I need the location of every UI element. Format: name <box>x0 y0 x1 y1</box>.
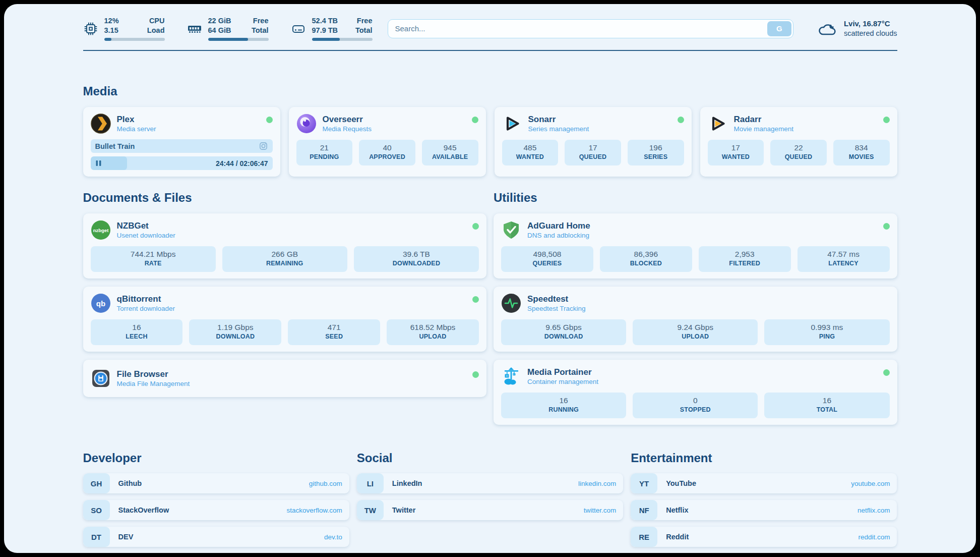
stat-pill: 471 SEED <box>288 319 380 345</box>
stat-label: RUNNING <box>503 406 624 414</box>
bookmark-group-developer: Developer GH Github github.com SO StackO… <box>83 451 349 547</box>
bookmark-abbr: DT <box>83 527 110 547</box>
stat-label: DOWNLOAD <box>191 332 279 341</box>
stat-label: QUEUED <box>567 153 619 161</box>
stat-label: UPLOAD <box>389 332 477 341</box>
plex-progress-bar[interactable]: 24:44 / 02:06:47 <box>91 156 273 170</box>
disk-total-label: Total <box>355 26 373 35</box>
bookmark-name: Github <box>118 479 142 487</box>
stat-label: QUERIES <box>503 259 591 268</box>
app-card-adguard[interactable]: AdGuard Home DNS and adblocking 498,508 … <box>494 213 897 278</box>
stat-pill: 1.19 Gbps DOWNLOAD <box>189 319 281 345</box>
stat-pill: 9.65 Gbps DOWNLOAD <box>501 319 626 345</box>
app-title: Radarr <box>734 114 794 125</box>
filebrowser-icon <box>91 368 111 388</box>
bookmark-name: YouTube <box>666 479 696 487</box>
app-card-filebrowser[interactable]: File Browser Media File Management <box>83 360 487 397</box>
stat-label: SEED <box>290 332 378 341</box>
playback-time: 24:44 / 02:06:47 <box>216 159 268 168</box>
stat-pill: 266 GB REMAINING <box>222 246 347 272</box>
ram-total-value: 64 GiB <box>208 26 231 35</box>
status-online-dot <box>883 369 890 376</box>
disk-total-value: 97.9 TB <box>312 26 338 35</box>
weather-widget[interactable]: Lviv, 16.87°C scattered clouds <box>817 19 897 38</box>
bookmark-link-stackoverflow[interactable]: SO StackOverflow stackoverflow.com <box>83 500 349 520</box>
search-provider-button[interactable]: G <box>767 21 791 36</box>
app-title: Sonarr <box>528 114 589 125</box>
app-title: Overseerr <box>323 114 372 125</box>
app-title: qBittorrent <box>117 294 175 304</box>
weather-location-temp: Lviv, 16.87°C <box>844 19 897 29</box>
stat-pill: 17 QUEUED <box>565 140 621 165</box>
utilities-heading: Utilities <box>494 191 897 205</box>
app-title: Speedtest <box>527 294 586 304</box>
stat-value: 945 <box>424 143 476 153</box>
svg-text:nzbget: nzbget <box>93 228 108 233</box>
stat-label: PENDING <box>298 153 351 161</box>
bookmark-link-linkedin[interactable]: LI LinkedIn linkedin.com <box>357 473 623 493</box>
stat-value: 2,953 <box>701 249 789 259</box>
app-subtitle: Media Requests <box>323 125 372 134</box>
stat-pill: 834 MOVIES <box>833 140 890 165</box>
search-bar: G <box>388 19 793 38</box>
radarr-icon <box>708 114 728 134</box>
app-card-portainer[interactable]: Media Portainer Container management 16 … <box>494 360 897 425</box>
bookmark-link-netflix[interactable]: NF Netflix netflix.com <box>631 500 897 520</box>
app-title: AdGuard Home <box>527 220 590 231</box>
documents-heading: Documents & Files <box>83 191 487 205</box>
stat-pill: 0.993 ms PING <box>764 319 889 345</box>
app-card-plex[interactable]: Plex Media server Bullet Train <box>83 107 280 177</box>
stat-pill: 21 PENDING <box>296 140 353 165</box>
cpu-stat: 12% CPU 3.15 Load <box>83 16 165 41</box>
pause-icon[interactable] <box>95 160 102 166</box>
app-card-sonarr[interactable]: Sonarr Series management 485 WANTED 17 Q… <box>495 107 692 177</box>
ram-icon <box>187 21 202 36</box>
bookmark-abbr: TW <box>357 500 384 520</box>
bookmark-name: Twitter <box>392 506 415 514</box>
stat-label: MOVIES <box>835 153 888 161</box>
stat-pill: 22 QUEUED <box>770 140 827 165</box>
stat-pill: 485 WANTED <box>502 140 559 165</box>
app-card-speedtest[interactable]: Speedtest Speedtest Tracking 9.65 Gbps D… <box>494 287 897 352</box>
bookmark-link-reddit[interactable]: RE Reddit reddit.com <box>631 527 897 547</box>
app-card-nzbget[interactable]: nzbget NZBGet Usenet downloader 744.21 M… <box>83 213 487 278</box>
stat-label: TOTAL <box>766 406 887 414</box>
search-input[interactable] <box>388 19 793 38</box>
stat-pill: 47.57 ms LATENCY <box>798 246 890 272</box>
disk-stat: 52.4 TB Free 97.9 TB Total <box>291 16 373 41</box>
bookmark-group-social: Social LI LinkedIn linkedin.com TW Twitt… <box>357 451 623 547</box>
stat-pill: 39.6 TB DOWNLOADED <box>354 246 479 272</box>
bookmark-link-github[interactable]: GH Github github.com <box>83 473 349 493</box>
stat-label: QUEUED <box>772 153 825 161</box>
bookmark-name: DEV <box>118 533 134 541</box>
app-title: NZBGet <box>117 220 175 231</box>
section-utilities: Utilities AdGuard Home DNS <box>494 191 897 425</box>
bookmark-link-dev[interactable]: DT DEV dev.to <box>83 527 349 547</box>
stat-pill: 16 RUNNING <box>501 393 626 418</box>
video-camera-icon <box>259 141 268 151</box>
stat-value: 618.52 Mbps <box>389 322 477 332</box>
bookmark-url: netflix.com <box>858 507 890 514</box>
ram-total-label: Total <box>252 26 269 35</box>
stat-label: RATE <box>93 259 214 268</box>
stat-pill: 618.52 Mbps UPLOAD <box>387 319 479 345</box>
ram-progress-track <box>208 38 269 41</box>
status-online-dot <box>472 371 479 378</box>
bookmark-link-youtube[interactable]: YT YouTube youtube.com <box>631 473 897 493</box>
app-card-overseerr[interactable]: Overseerr Media Requests 21 PENDING 40 A… <box>289 107 486 177</box>
cpu-icon <box>83 21 98 36</box>
app-subtitle: Speedtest Tracking <box>527 304 586 313</box>
bookmark-name: Netflix <box>666 506 688 514</box>
stat-value: 9.65 Gbps <box>503 322 624 332</box>
bookmark-link-twitter[interactable]: TW Twitter twitter.com <box>357 500 623 520</box>
disk-icon <box>291 21 306 36</box>
disk-free-label: Free <box>357 16 373 26</box>
ram-progress-fill <box>208 38 248 41</box>
bookmark-url: reddit.com <box>858 533 890 541</box>
bookmark-url: stackoverflow.com <box>287 507 342 514</box>
stat-value: 498,508 <box>503 249 591 259</box>
bookmark-name: LinkedIn <box>392 479 422 487</box>
app-card-qbittorrent[interactable]: qb qBittorrent Torrent downloader 16 <box>83 287 487 352</box>
app-card-radarr[interactable]: Radarr Movie management 17 WANTED 22 QUE… <box>700 107 897 177</box>
bookmark-group-entertainment: Entertainment YT YouTube youtube.com NF … <box>631 451 897 547</box>
